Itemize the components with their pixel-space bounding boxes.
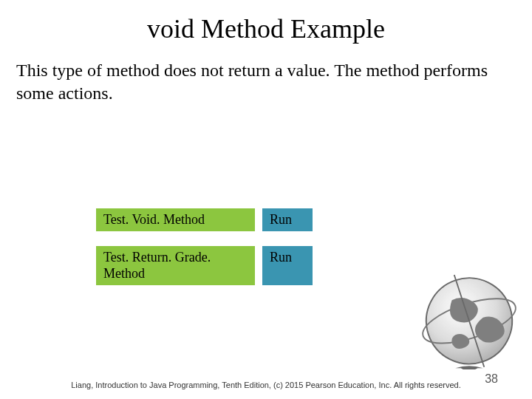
run-button[interactable]: Run (262, 208, 313, 231)
page-number: 38 (485, 372, 498, 386)
button-row: Test. Return. Grade. Method Run (96, 246, 313, 285)
button-row: Test. Void. Method Run (96, 208, 313, 231)
slide-title: void Method Example (0, 0, 532, 44)
globe-icon (414, 259, 525, 369)
method-button-testvoid[interactable]: Test. Void. Method (96, 208, 255, 231)
slide-body-text: This type of method does not return a va… (0, 44, 532, 104)
footer-text: Liang, Introduction to Java Programming,… (0, 381, 532, 390)
run-button[interactable]: Run (262, 246, 313, 285)
button-group: Test. Void. Method Run Test. Return. Gra… (96, 208, 313, 300)
slide: void Method Example This type of method … (0, 0, 532, 399)
method-button-testreturngrade[interactable]: Test. Return. Grade. Method (96, 246, 255, 285)
